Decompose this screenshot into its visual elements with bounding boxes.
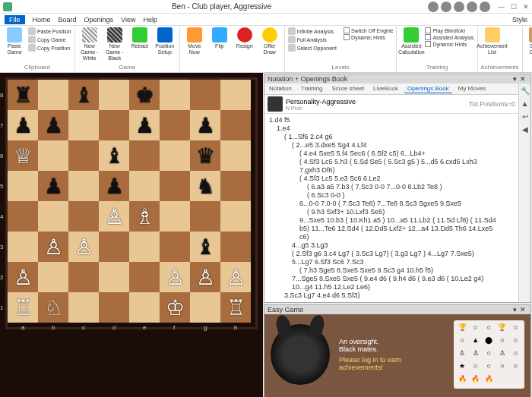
achievement-button[interactable]: Achievement List: [481, 27, 504, 55]
menu-board[interactable]: Board: [59, 16, 77, 24]
square-c2[interactable]: [68, 262, 99, 292]
panel-pin-icon[interactable]: ▾: [511, 75, 518, 83]
square-a4[interactable]: [8, 201, 38, 232]
square-a6[interactable]: ♕: [8, 140, 38, 171]
square-e7[interactable]: ♟: [129, 110, 160, 140]
maximize-button[interactable]: ☐: [511, 3, 517, 11]
copy-position-button[interactable]: Copy Position: [28, 44, 71, 52]
square-d5[interactable]: ♟: [99, 171, 129, 201]
square-h8[interactable]: [220, 80, 251, 110]
menu-help[interactable]: Help: [143, 16, 157, 24]
retract-button[interactable]: Retract: [128, 27, 151, 49]
square-b4[interactable]: [38, 201, 68, 232]
square-g2[interactable]: ♙: [190, 262, 220, 292]
square-d8[interactable]: [99, 80, 129, 110]
square-b3[interactable]: ♙: [38, 232, 68, 262]
menu-style[interactable]: Style: [512, 16, 527, 24]
paste-game-button[interactable]: Paste Game: [3, 27, 26, 55]
square-h2[interactable]: ♙: [220, 262, 251, 292]
square-g6[interactable]: ♛: [190, 140, 220, 171]
square-e3[interactable]: [129, 232, 160, 262]
square-c5[interactable]: [68, 171, 99, 201]
square-b6[interactable]: [38, 140, 68, 171]
square-h3[interactable]: [220, 232, 251, 262]
tool-wrench-icon[interactable]: 🔧: [521, 87, 530, 95]
square-b8[interactable]: [38, 80, 68, 110]
close-button[interactable]: ✕: [523, 3, 529, 11]
show-cards-button[interactable]: Show Cards: [526, 27, 532, 55]
square-g5[interactable]: ♞: [190, 171, 220, 201]
square-f8[interactable]: [160, 80, 190, 110]
assisted-analysis-check[interactable]: Assisted Analysis: [425, 34, 473, 40]
square-g4[interactable]: [190, 201, 220, 232]
square-e2[interactable]: [129, 262, 160, 292]
square-e5[interactable]: [129, 171, 160, 201]
square-d1[interactable]: [99, 292, 129, 323]
square-d2[interactable]: [99, 262, 129, 292]
switch-off-engine-check[interactable]: Switch Off Engine: [344, 27, 394, 33]
new-game-black-button[interactable]: New Game - Black: [103, 27, 126, 61]
square-g7[interactable]: ♟: [190, 110, 220, 140]
square-f3[interactable]: [160, 232, 190, 262]
tab-openings[interactable]: Openings Book: [404, 84, 452, 93]
panel-close-icon[interactable]: ✕: [518, 75, 527, 83]
square-c7[interactable]: [68, 110, 99, 140]
square-h5[interactable]: [220, 171, 251, 201]
tab-mymoves[interactable]: My Moves: [455, 84, 489, 93]
square-h4[interactable]: [220, 201, 251, 232]
square-f6[interactable]: [160, 140, 190, 171]
square-f5[interactable]: [160, 171, 190, 201]
square-f4[interactable]: [160, 201, 190, 232]
full-analysis-button[interactable]: Full Analysis: [288, 36, 337, 43]
select-opponent-button[interactable]: Select Opponent: [288, 44, 337, 52]
tool-up-icon[interactable]: ▲: [521, 99, 529, 108]
square-a8[interactable]: ♜: [8, 80, 38, 110]
square-f1[interactable]: ♔: [160, 292, 190, 323]
menu-home[interactable]: Home: [33, 16, 51, 24]
infinite-analysis-button[interactable]: Infinite Analysis: [288, 27, 337, 35]
square-b2[interactable]: [38, 262, 68, 292]
new-game-white-button[interactable]: New Game - White: [78, 27, 101, 61]
square-f7[interactable]: [160, 110, 190, 140]
square-g8[interactable]: [190, 80, 220, 110]
square-e1[interactable]: [129, 292, 160, 323]
tab-notation[interactable]: Notation: [266, 84, 295, 93]
assisted-calc-button[interactable]: Assisted Calculation: [400, 27, 423, 55]
dynamic-hints-check2[interactable]: Dynamic Hints: [425, 41, 473, 47]
tool-left-icon[interactable]: ◀: [522, 125, 528, 134]
square-d7[interactable]: [99, 110, 129, 140]
move-now-button[interactable]: Move Now: [183, 27, 206, 55]
tab-score[interactable]: Score sheet: [328, 84, 367, 93]
blindfold-check[interactable]: Play Blindfold: [425, 27, 473, 33]
square-a5[interactable]: [8, 171, 38, 201]
flip-button[interactable]: Flip: [208, 27, 231, 49]
square-e4[interactable]: ♗: [129, 201, 160, 232]
minimize-button[interactable]: —: [498, 3, 505, 11]
square-g3[interactable]: ♝: [190, 232, 220, 262]
square-c1[interactable]: [68, 292, 99, 323]
square-d3[interactable]: [99, 232, 129, 262]
login-hint-link[interactable]: Please log in to earn achievements!: [339, 356, 445, 371]
square-g1[interactable]: [190, 292, 220, 323]
square-f2[interactable]: ♙: [160, 262, 190, 292]
square-c8[interactable]: ♝: [68, 80, 99, 110]
square-c3[interactable]: ♙: [68, 232, 99, 262]
square-a7[interactable]: ♟: [8, 110, 38, 140]
menu-view[interactable]: View: [121, 16, 135, 24]
square-a1[interactable]: ♖: [8, 292, 38, 323]
square-e8[interactable]: ♚: [129, 80, 160, 110]
square-h6[interactable]: [220, 140, 251, 171]
square-c4[interactable]: [68, 201, 99, 232]
copy-game-button[interactable]: Copy Game: [28, 36, 71, 43]
square-a3[interactable]: [8, 232, 38, 262]
openings-tree[interactable]: 1.d4 f51.e4( 1...Sf6 2.c4 g6( 2...e5 3.d…: [264, 114, 518, 302]
square-e6[interactable]: [129, 140, 160, 171]
menu-file[interactable]: File: [5, 15, 25, 24]
square-b1[interactable]: ♘: [38, 292, 68, 323]
square-d6[interactable]: ♝: [99, 140, 129, 171]
offer-draw-button[interactable]: Offer Draw: [258, 27, 281, 55]
tool-plus-icon[interactable]: ↩: [522, 112, 528, 121]
panel-pin-icon[interactable]: ▾: [511, 306, 518, 314]
tab-training[interactable]: Training: [298, 84, 326, 93]
square-b5[interactable]: ♟: [38, 171, 68, 201]
